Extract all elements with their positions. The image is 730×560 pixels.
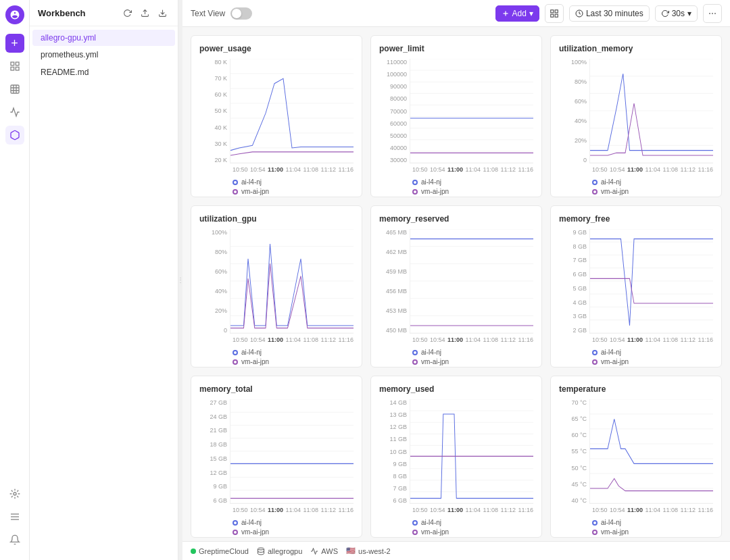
legend-text: ai-l4-nj [241,519,262,526]
chart-y-label: 55 °C [559,448,587,455]
upload-file-button[interactable] [137,5,152,20]
chart-title-power_usage: power_usage [199,44,354,53]
file-item[interactable]: allegro-gpu.yml [32,30,175,46]
dashboard-icon-btn[interactable] [5,126,24,145]
legend-item: ai-l4-nj [592,178,713,186]
chart-area-power_limit: 1100001000009000080000700006000050000400… [379,59,533,163]
chart-y-label: 9 GB [379,461,407,467]
svg-rect-14 [555,9,558,12]
chart-title-memory_used: memory_used [379,384,533,394]
more-options-button[interactable]: ⋯ [703,4,722,23]
legend-item: vm-ai-jpn [592,188,713,195]
brand-status: GreptimeCloud [191,547,249,555]
chart-y-label: 459 MB [379,268,407,275]
chart-plot-power_usage [230,59,354,163]
svg-point-93 [258,548,264,550]
settings-icon-btn[interactable] [5,484,24,503]
chart-line-blue-temperature [590,419,713,463]
legend-item: ai-l4-nj [233,178,354,186]
svg-rect-3 [11,67,14,70]
svg-rect-4 [11,85,19,93]
file-item[interactable]: prometheus.yml [32,47,175,63]
chart-card-temperature: temperature70 °C65 °C60 °C55 °C50 °C45 °… [550,376,722,538]
chart-card-utilization_gpu: utilization_gpu100%80%60%40%20%010:5010:… [191,205,362,367]
chart-x-label: 11:16 [698,507,713,513]
svg-rect-2 [16,67,19,70]
chart-x-label: 11:08 [303,507,318,513]
cloud-status: AWS [310,547,338,555]
add-button[interactable]: + [5,34,24,53]
chart-x-label: 10:50 [233,507,248,513]
legend-dot-purple [233,530,238,535]
chart-x-label: 10:54 [250,507,266,513]
legend-dot-purple [412,359,418,365]
chart-y-label: 40000 [379,145,407,151]
chart-card-utilization_memory: utilization_memory100%80%60%40%20%010:50… [550,35,722,197]
legend-item: ai-l4-nj [592,349,713,356]
app-logo [5,5,24,24]
chart-line-purple-power_usage [230,152,354,155]
download-file-button[interactable] [155,5,170,20]
chart-x-label: 11:00 [627,166,643,173]
chart-legend-temperature: ai-l4-njvm-ai-jpn [559,519,713,536]
chart-x-label: 10:50 [412,507,428,513]
text-view-label: Text View [191,9,225,18]
chart-y-axis-memory_reserved: 465 MB462 MB459 MB456 MB453 MB450 MB [379,229,410,334]
time-range-button[interactable]: Last 30 minutes [569,5,650,22]
text-view-toggle[interactable] [230,7,252,20]
chart-y-label: 30000 [379,157,407,163]
chart-y-label: 100000 [379,71,407,78]
chart-x-label: 11:04 [285,336,301,343]
refresh-files-button[interactable] [120,5,135,20]
chart-x-axis-memory_free: 10:5010:5411:0011:0411:0811:1211:16 [559,336,713,343]
legend-dot-purple [412,530,418,535]
chart-title-memory_free: memory_free [559,214,713,224]
chart-y-label: 10 GB [379,449,407,455]
chart-y-label: 14 GB [379,399,407,406]
file-sidebar-header: Workbench [30,0,178,26]
chart-x-label: 11:00 [268,336,283,343]
chart-y-label: 60 K [199,91,227,98]
charts-container: power_usage80 K70 K60 K50 K40 K30 K20 K1… [182,27,730,541]
chart-y-axis-utilization_gpu: 100%80%60%40%20%0 [199,229,230,334]
svg-rect-15 [555,14,558,17]
chart-x-label: 11:08 [483,507,498,513]
chart-line-blue-power_usage [230,78,354,150]
table-icon-btn[interactable] [5,80,24,99]
chart-legend-power_usage: ai-l4-njvm-ai-jpn [199,178,354,195]
chart-plot-memory_total [230,399,354,504]
chart-y-label: 45 °C [559,481,587,488]
menu-icon-btn[interactable] [5,507,24,526]
file-item[interactable]: README.md ⋯ [32,63,175,81]
bell-icon-btn[interactable] [5,530,24,549]
legend-item: ai-l4-nj [592,519,713,526]
home-icon-btn[interactable] [5,57,24,76]
grid-view-button[interactable] [545,4,564,23]
chart-y-label: 110000 [379,59,407,66]
legend-item: ai-l4-nj [412,178,533,186]
chart-card-power_usage: power_usage80 K70 K60 K50 K40 K30 K20 K1… [191,35,362,197]
chart-icon-btn[interactable] [5,103,24,122]
chart-x-label: 11:04 [465,336,481,343]
chart-y-label: 40 K [199,124,227,131]
chart-x-label: 10:50 [592,336,608,343]
chart-y-label: 7 GB [379,485,407,492]
chart-area-power_usage: 80 K70 K60 K50 K40 K30 K20 K [199,59,354,163]
legend-dot-purple [592,530,598,535]
legend-dot-blue [592,180,598,185]
chart-y-label: 20% [559,137,587,144]
chart-plot-temperature [589,399,713,504]
legend-item: vm-ai-jpn [412,188,533,195]
refresh-button[interactable]: 30s ▾ [655,5,698,22]
chart-y-label: 100% [199,229,227,236]
chart-x-label: 11:00 [627,507,643,513]
add-panel-button[interactable]: Add ▾ [495,5,539,22]
chart-x-label: 11:08 [483,336,498,343]
chart-x-label: 11:04 [285,507,301,513]
chart-title-utilization_memory: utilization_memory [559,44,713,53]
main-content: Text View Add ▾ Last 30 minutes [182,0,730,560]
chart-x-label: 11:00 [268,507,283,513]
chart-y-label: 11 GB [379,436,407,442]
chart-y-label: 40% [199,288,227,295]
chart-y-label: 8 GB [379,473,407,480]
